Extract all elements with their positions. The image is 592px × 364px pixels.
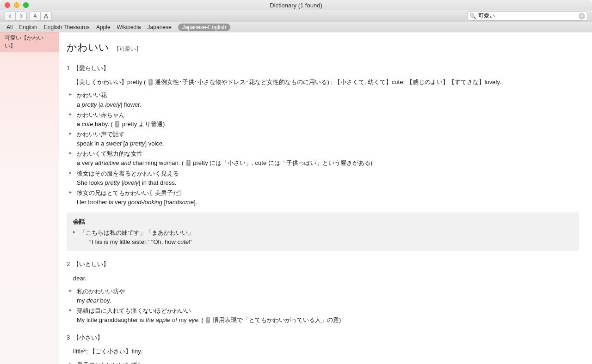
example: かわいい花a pretty [a lovely] flower. (69, 91, 579, 109)
font-larger-button[interactable]: A (41, 12, 52, 21)
scope-bar: All English English Thesaurus Apple Wiki… (0, 22, 592, 32)
search-field[interactable]: 🔍 ✕ (467, 12, 587, 21)
toolbar: A A 🔍 ✕ (0, 10, 592, 22)
search-input[interactable] (478, 13, 577, 19)
back-button[interactable] (5, 12, 16, 21)
conversation-box: 会話 「こちらは私の妹です」「まあかわいい」 “This is my littl… (67, 212, 579, 251)
scope-english-thesaurus[interactable]: English Thesaurus (44, 24, 90, 30)
example: 息子のかわいいいたずらmy son's little tricks. (69, 360, 579, 364)
sense-label: 3【小さい】 (67, 333, 579, 342)
sense-guide: dear. (73, 274, 579, 283)
headword-sub: 【可愛い】 (114, 46, 142, 52)
sidebar: 可愛い【かわいい】 (0, 32, 59, 364)
conversation-line: 「こちらは私の妹です」「まあかわいい」 “This is my little s… (73, 228, 573, 247)
example: 孫娘は目に入れても痛くないほどかわいいMy little granddaught… (69, 306, 579, 325)
nav-buttons (5, 12, 27, 21)
sidebar-item[interactable]: 可愛い【かわいい】 (0, 32, 59, 52)
example: 彼女の兄はとてもかわいい〘美男子だ〙Her brother is very go… (69, 188, 579, 207)
window-title: Dictionary (1 found) (0, 2, 592, 9)
scope-japanese[interactable]: Japanese (148, 24, 172, 30)
entry-pane[interactable]: かわいい 【可愛い】 1【愛らしい】 【美しくかわいい】pretty ( ! 通… (59, 32, 592, 364)
font-size-buttons: A A (30, 12, 52, 21)
sense-label: 1【愛らしい】 (67, 64, 579, 73)
sense-guide: little*; 【ごく小さい】tiny. (73, 347, 579, 356)
example-list: 私のかわいい坊やmy dear boy. 孫娘は目に入れても痛くないほどかわいい… (69, 287, 579, 325)
content-body: 可愛い【かわいい】 かわいい 【可愛い】 1【愛らしい】 【美しくかわいい】pr… (0, 32, 592, 364)
example: かわいい赤ちゃんa cute baby. ( ! pretty より普通) (69, 110, 579, 129)
example-list: 息子のかわいいいたずらmy son's little tricks. かわいい時… (69, 360, 579, 364)
scope-all[interactable]: All (6, 24, 12, 30)
titlebar: Dictionary (1 found) (0, 0, 592, 10)
scope-wikipedia[interactable]: Wikipedia (117, 24, 141, 30)
example-list: かわいい花a pretty [a lovely] flower. かわいい赤ちゃ… (69, 91, 579, 207)
sense-1: 1【愛らしい】 【美しくかわいい】pretty ( ! 通例女性･子供･小さな物… (67, 64, 579, 251)
sense-3: 3【小さい】 little*; 【ごく小さい】tiny. 息子のかわいいいたずら… (67, 333, 579, 364)
example: 私のかわいい坊やmy dear boy. (69, 287, 579, 305)
forward-button[interactable] (16, 12, 27, 21)
example: 彼女はその服を着るとかわいく見えるShe looks pretty [lovel… (69, 169, 579, 188)
clear-search-icon[interactable]: ✕ (579, 13, 585, 19)
headword-row: かわいい 【可愛い】 (67, 40, 579, 55)
search-icon: 🔍 (469, 13, 476, 19)
scope-apple[interactable]: Apple (96, 24, 111, 30)
scope-english[interactable]: English (19, 24, 37, 30)
example: かわいい声で話すspeak in a sweet [a pretty] voic… (69, 130, 579, 148)
example: かわいくて魅力的な女性a very attractive and charmin… (69, 149, 579, 168)
sense-guide: 【美しくかわいい】pretty ( ! 通例女性･子供･小さな物やドレス･花など… (73, 78, 579, 87)
headword: かわいい (67, 42, 109, 53)
scope-japanese-english[interactable]: Japanese-English (178, 24, 230, 31)
conversation-header: 会話 (73, 217, 573, 226)
sense-label: 2【いとしい】 (67, 260, 579, 269)
sense-2: 2【いとしい】 dear. 私のかわいい坊やmy dear boy. 孫娘は目に… (67, 260, 579, 325)
font-smaller-button[interactable]: A (30, 12, 41, 21)
